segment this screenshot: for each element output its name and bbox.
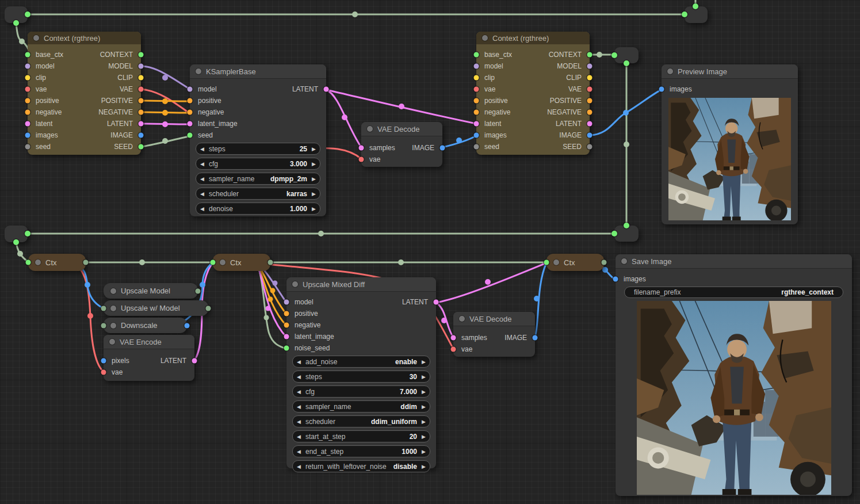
decrement-arrow-icon[interactable]: ◀ bbox=[200, 173, 204, 184]
output-slot[interactable] bbox=[139, 87, 144, 92]
input-slot[interactable] bbox=[284, 300, 289, 305]
input-slot[interactable] bbox=[474, 121, 479, 127]
increment-arrow-icon[interactable]: ▶ bbox=[312, 173, 316, 184]
node-graph-canvas[interactable]: Context (rgthree) base_ctxCONTEXT modelM… bbox=[0, 0, 860, 504]
reroute-output-dot[interactable] bbox=[624, 60, 629, 66]
output-slot[interactable] bbox=[587, 52, 593, 58]
input-slot[interactable] bbox=[284, 311, 289, 316]
node-header[interactable]: VAE Decode bbox=[361, 122, 442, 136]
increment-arrow-icon[interactable]: ▶ bbox=[422, 401, 426, 412]
collapse-dot-icon[interactable] bbox=[553, 259, 559, 265]
input-slot[interactable] bbox=[613, 277, 618, 282]
widget-denoise[interactable]: ◀denoise1.000▶ bbox=[196, 203, 320, 215]
input-slot[interactable] bbox=[25, 98, 30, 104]
increment-arrow-icon[interactable]: ▶ bbox=[422, 356, 426, 367]
increment-arrow-icon[interactable]: ▶ bbox=[422, 446, 426, 457]
output-slot[interactable] bbox=[268, 260, 273, 265]
increment-arrow-icon[interactable]: ▶ bbox=[422, 431, 426, 442]
input-slot[interactable] bbox=[474, 133, 479, 138]
increment-arrow-icon[interactable]: ▶ bbox=[422, 416, 426, 427]
output-slot[interactable] bbox=[587, 144, 593, 150]
ctx-node-1[interactable]: Ctx bbox=[28, 254, 86, 271]
input-slot[interactable] bbox=[101, 358, 106, 364]
widget-scheduler[interactable]: ◀schedulerkarras▶ bbox=[196, 188, 320, 200]
widget-filename-prefix[interactable]: filename_prefix rgthree_context bbox=[624, 287, 843, 298]
reroute-output-dot[interactable] bbox=[25, 12, 30, 17]
widget-start-at-step[interactable]: ◀start_at_step20▶ bbox=[292, 430, 430, 442]
preview-image-node[interactable]: Preview Image images bbox=[662, 64, 798, 224]
input-slot[interactable] bbox=[474, 144, 479, 150]
widget-sampler-name[interactable]: ◀sampler_nameddim▶ bbox=[292, 400, 430, 413]
increment-arrow-icon[interactable]: ▶ bbox=[312, 203, 316, 214]
output-slot[interactable] bbox=[587, 64, 593, 69]
widget-return-with-leftover-noise[interactable]: ◀return_with_leftover_noisedisable▶ bbox=[292, 460, 430, 472]
reroute-input-dot[interactable] bbox=[682, 12, 687, 17]
output-slot[interactable] bbox=[139, 121, 144, 127]
output-slot[interactable] bbox=[185, 323, 190, 328]
input-slot[interactable] bbox=[25, 75, 30, 81]
ctx-node-2[interactable]: Ctx bbox=[213, 254, 270, 271]
node-header[interactable]: Context (rgthree) bbox=[476, 32, 590, 44]
increment-arrow-icon[interactable]: ▶ bbox=[422, 371, 426, 382]
output-slot[interactable] bbox=[587, 87, 593, 92]
output-slot[interactable] bbox=[192, 358, 197, 364]
input-slot[interactable] bbox=[25, 52, 30, 58]
output-slot[interactable] bbox=[587, 75, 593, 81]
input-slot[interactable] bbox=[25, 87, 30, 92]
increment-arrow-icon[interactable]: ▶ bbox=[312, 158, 316, 169]
node-header[interactable]: VAE Encode bbox=[104, 335, 194, 349]
node-header[interactable]: KSamplerBase bbox=[190, 64, 326, 79]
output-slot[interactable] bbox=[196, 288, 201, 293]
decrement-arrow-icon[interactable]: ◀ bbox=[297, 401, 301, 412]
input-slot[interactable] bbox=[25, 133, 30, 138]
collapse-dot-icon[interactable] bbox=[621, 258, 627, 264]
reroute-output-dot[interactable] bbox=[25, 231, 30, 236]
decrement-arrow-icon[interactable]: ◀ bbox=[200, 158, 204, 169]
input-slot[interactable] bbox=[474, 75, 479, 81]
input-slot[interactable] bbox=[359, 146, 364, 151]
reroute-output-dot[interactable] bbox=[624, 223, 629, 228]
decrement-arrow-icon[interactable]: ◀ bbox=[200, 143, 204, 154]
widget-cfg[interactable]: ◀cfg7.000▶ bbox=[292, 385, 430, 398]
node-header[interactable]: Context (rgthree) bbox=[28, 32, 141, 44]
reroute-node[interactable] bbox=[685, 6, 708, 23]
decrement-arrow-icon[interactable]: ◀ bbox=[297, 446, 301, 457]
collapse-dot-icon[interactable] bbox=[667, 68, 673, 74]
reroute-node[interactable] bbox=[614, 47, 639, 63]
node-header[interactable]: VAE Decode bbox=[453, 312, 535, 326]
input-slot[interactable] bbox=[101, 306, 106, 311]
widget-add-noise[interactable]: ◀add_noiseenable▶ bbox=[292, 356, 430, 368]
decrement-arrow-icon[interactable]: ◀ bbox=[297, 356, 301, 367]
reroute-node[interactable] bbox=[5, 6, 28, 23]
increment-arrow-icon[interactable]: ▶ bbox=[422, 461, 426, 472]
input-slot[interactable] bbox=[25, 144, 30, 150]
output-slot[interactable] bbox=[83, 260, 89, 265]
input-slot[interactable] bbox=[211, 260, 216, 265]
input-slot[interactable] bbox=[188, 121, 193, 127]
output-slot[interactable] bbox=[139, 98, 144, 104]
widget-scheduler[interactable]: ◀schedulerddim_uniform▶ bbox=[292, 415, 430, 427]
input-slot[interactable] bbox=[474, 87, 479, 92]
output-slot[interactable] bbox=[587, 121, 593, 127]
input-slot[interactable] bbox=[26, 260, 31, 265]
node-header[interactable]: Save Image bbox=[616, 254, 852, 269]
decrement-arrow-icon[interactable]: ◀ bbox=[297, 431, 301, 442]
collapse-dot-icon[interactable] bbox=[110, 323, 116, 329]
output-slot[interactable] bbox=[139, 110, 144, 115]
input-slot[interactable] bbox=[474, 52, 479, 58]
collapse-dot-icon[interactable] bbox=[196, 68, 201, 74]
widget-end-at-step[interactable]: ◀end_at_step1000▶ bbox=[292, 445, 430, 457]
output-slot[interactable] bbox=[139, 52, 144, 58]
input-slot[interactable] bbox=[101, 370, 106, 375]
input-slot[interactable] bbox=[474, 98, 479, 104]
decrement-arrow-icon[interactable]: ◀ bbox=[297, 386, 301, 397]
collapse-dot-icon[interactable] bbox=[110, 306, 116, 311]
reroute-input-dot[interactable] bbox=[611, 52, 617, 58]
output-slot[interactable] bbox=[324, 87, 329, 92]
input-slot[interactable] bbox=[284, 346, 289, 351]
collapse-dot-icon[interactable] bbox=[110, 288, 116, 294]
widget-cfg[interactable]: ◀cfg3.000▶ bbox=[196, 158, 320, 170]
collapse-dot-icon[interactable] bbox=[482, 35, 488, 41]
collapse-dot-icon[interactable] bbox=[220, 259, 225, 265]
upscale-model-node[interactable]: Upscale Model bbox=[104, 283, 198, 299]
